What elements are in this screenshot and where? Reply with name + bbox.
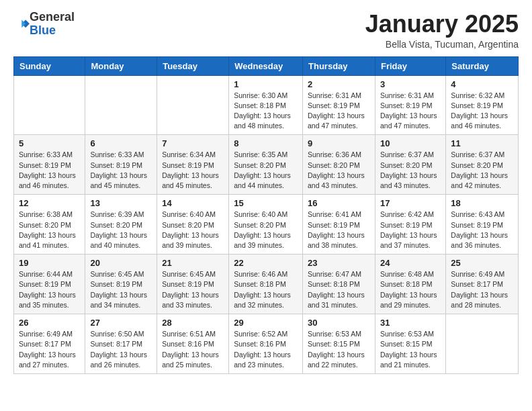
day-number: 10: [380, 138, 441, 148]
calendar-cell: 8Sunrise: 6:35 AM Sunset: 8:20 PM Daylig…: [229, 135, 303, 195]
calendar-day-header: Friday: [375, 56, 445, 75]
day-info: Sunrise: 6:40 AM Sunset: 8:20 PM Dayligh…: [162, 210, 224, 250]
calendar-cell: 9Sunrise: 6:36 AM Sunset: 8:20 PM Daylig…: [303, 135, 375, 195]
day-number: 21: [162, 258, 224, 268]
day-info: Sunrise: 6:31 AM Sunset: 8:19 PM Dayligh…: [308, 91, 370, 132]
day-number: 22: [234, 258, 298, 268]
day-info: Sunrise: 6:45 AM Sunset: 8:19 PM Dayligh…: [90, 269, 152, 310]
day-number: 3: [380, 79, 441, 89]
calendar-cell: [157, 75, 229, 135]
day-info: Sunrise: 6:46 AM Sunset: 8:18 PM Dayligh…: [234, 269, 298, 310]
calendar-cell: 23Sunrise: 6:47 AM Sunset: 8:18 PM Dayli…: [303, 255, 375, 314]
title-section: January 2025 Bella Vista, Tucuman, Argen…: [365, 11, 519, 50]
calendar-cell: 12Sunrise: 6:38 AM Sunset: 8:20 PM Dayli…: [14, 195, 85, 255]
calendar-week-row: 12Sunrise: 6:38 AM Sunset: 8:20 PM Dayli…: [14, 195, 519, 255]
calendar-cell: 20Sunrise: 6:45 AM Sunset: 8:19 PM Dayli…: [85, 255, 157, 314]
day-info: Sunrise: 6:45 AM Sunset: 8:19 PM Dayligh…: [162, 269, 224, 310]
day-info: Sunrise: 6:41 AM Sunset: 8:19 PM Dayligh…: [308, 210, 370, 250]
day-number: 31: [380, 318, 441, 328]
calendar-week-row: 1Sunrise: 6:30 AM Sunset: 8:18 PM Daylig…: [14, 75, 519, 135]
calendar-cell: [446, 314, 519, 374]
calendar-cell: 29Sunrise: 6:52 AM Sunset: 8:16 PM Dayli…: [229, 314, 303, 374]
calendar-day-header: Wednesday: [229, 56, 303, 75]
day-number: 7: [162, 138, 224, 148]
day-number: 30: [308, 318, 370, 328]
day-number: 16: [308, 198, 370, 208]
day-number: 9: [308, 138, 370, 148]
day-number: 17: [380, 198, 441, 208]
day-info: Sunrise: 6:38 AM Sunset: 8:20 PM Dayligh…: [19, 210, 80, 250]
day-info: Sunrise: 6:48 AM Sunset: 8:18 PM Dayligh…: [380, 269, 441, 310]
calendar-week-row: 26Sunrise: 6:49 AM Sunset: 8:17 PM Dayli…: [14, 314, 519, 374]
calendar-cell: 16Sunrise: 6:41 AM Sunset: 8:19 PM Dayli…: [303, 195, 375, 255]
calendar-cell: 2Sunrise: 6:31 AM Sunset: 8:19 PM Daylig…: [303, 75, 375, 135]
day-info: Sunrise: 6:31 AM Sunset: 8:19 PM Dayligh…: [380, 91, 441, 132]
day-number: 4: [451, 79, 513, 89]
calendar-day-header: Sunday: [14, 56, 85, 75]
calendar-cell: 13Sunrise: 6:39 AM Sunset: 8:20 PM Dayli…: [85, 195, 157, 255]
calendar-day-header: Tuesday: [157, 56, 229, 75]
day-info: Sunrise: 6:32 AM Sunset: 8:19 PM Dayligh…: [451, 91, 513, 132]
day-number: 26: [19, 318, 80, 328]
calendar-cell: 6Sunrise: 6:33 AM Sunset: 8:19 PM Daylig…: [85, 135, 157, 195]
day-number: 18: [451, 198, 513, 208]
calendar-day-header: Monday: [85, 56, 157, 75]
day-info: Sunrise: 6:49 AM Sunset: 8:17 PM Dayligh…: [451, 269, 513, 310]
calendar-cell: 5Sunrise: 6:33 AM Sunset: 8:19 PM Daylig…: [14, 135, 85, 195]
logo: General Blue: [13, 11, 75, 38]
calendar-day-header: Thursday: [303, 56, 375, 75]
calendar-cell: 31Sunrise: 6:53 AM Sunset: 8:15 PM Dayli…: [375, 314, 445, 374]
day-number: 5: [19, 138, 80, 148]
calendar-cell: 27Sunrise: 6:50 AM Sunset: 8:17 PM Dayli…: [85, 314, 157, 374]
calendar-cell: 10Sunrise: 6:37 AM Sunset: 8:20 PM Dayli…: [375, 135, 445, 195]
day-number: 2: [308, 79, 370, 89]
location: Bella Vista, Tucuman, Argentina: [365, 39, 519, 50]
day-number: 8: [234, 138, 298, 148]
day-number: 14: [162, 198, 224, 208]
calendar-cell: 7Sunrise: 6:34 AM Sunset: 8:19 PM Daylig…: [157, 135, 229, 195]
day-info: Sunrise: 6:37 AM Sunset: 8:20 PM Dayligh…: [451, 150, 513, 191]
day-info: Sunrise: 6:44 AM Sunset: 8:19 PM Dayligh…: [19, 269, 80, 310]
day-info: Sunrise: 6:30 AM Sunset: 8:18 PM Dayligh…: [234, 91, 298, 132]
calendar-week-row: 5Sunrise: 6:33 AM Sunset: 8:19 PM Daylig…: [14, 135, 519, 195]
calendar-cell: 11Sunrise: 6:37 AM Sunset: 8:20 PM Dayli…: [446, 135, 519, 195]
day-number: 23: [308, 258, 370, 268]
day-number: 20: [90, 258, 152, 268]
day-number: 1: [234, 79, 298, 89]
day-info: Sunrise: 6:40 AM Sunset: 8:20 PM Dayligh…: [234, 210, 298, 250]
calendar-cell: 21Sunrise: 6:45 AM Sunset: 8:19 PM Dayli…: [157, 255, 229, 314]
day-number: 25: [451, 258, 513, 268]
day-info: Sunrise: 6:52 AM Sunset: 8:16 PM Dayligh…: [234, 329, 298, 370]
day-info: Sunrise: 6:50 AM Sunset: 8:17 PM Dayligh…: [90, 329, 152, 370]
day-info: Sunrise: 6:36 AM Sunset: 8:20 PM Dayligh…: [308, 150, 370, 191]
calendar-cell: 1Sunrise: 6:30 AM Sunset: 8:18 PM Daylig…: [229, 75, 303, 135]
calendar-cell: 30Sunrise: 6:53 AM Sunset: 8:15 PM Dayli…: [303, 314, 375, 374]
calendar-cell: 14Sunrise: 6:40 AM Sunset: 8:20 PM Dayli…: [157, 195, 229, 255]
day-info: Sunrise: 6:39 AM Sunset: 8:20 PM Dayligh…: [90, 210, 152, 250]
day-number: 27: [90, 318, 152, 328]
day-info: Sunrise: 6:42 AM Sunset: 8:19 PM Dayligh…: [380, 210, 441, 250]
calendar-cell: 22Sunrise: 6:46 AM Sunset: 8:18 PM Dayli…: [229, 255, 303, 314]
day-info: Sunrise: 6:37 AM Sunset: 8:20 PM Dayligh…: [380, 150, 441, 191]
day-info: Sunrise: 6:43 AM Sunset: 8:19 PM Dayligh…: [451, 210, 513, 250]
day-number: 12: [19, 198, 80, 208]
calendar-cell: 17Sunrise: 6:42 AM Sunset: 8:19 PM Dayli…: [375, 195, 445, 255]
day-info: Sunrise: 6:33 AM Sunset: 8:19 PM Dayligh…: [19, 150, 80, 191]
calendar-header-row: SundayMondayTuesdayWednesdayThursdayFrid…: [14, 56, 519, 75]
page: General Blue January 2025 Bella Vista, T…: [0, 0, 532, 385]
day-number: 11: [451, 138, 513, 148]
calendar-cell: 15Sunrise: 6:40 AM Sunset: 8:20 PM Dayli…: [229, 195, 303, 255]
day-number: 24: [380, 258, 441, 268]
logo-general: General: [30, 11, 75, 24]
day-info: Sunrise: 6:53 AM Sunset: 8:15 PM Dayligh…: [308, 329, 370, 370]
calendar-cell: 25Sunrise: 6:49 AM Sunset: 8:17 PM Dayli…: [446, 255, 519, 314]
day-number: 6: [90, 138, 152, 148]
calendar-cell: 26Sunrise: 6:49 AM Sunset: 8:17 PM Dayli…: [14, 314, 85, 374]
day-info: Sunrise: 6:35 AM Sunset: 8:20 PM Dayligh…: [234, 150, 298, 191]
calendar-cell: 24Sunrise: 6:48 AM Sunset: 8:18 PM Dayli…: [375, 255, 445, 314]
day-info: Sunrise: 6:33 AM Sunset: 8:19 PM Dayligh…: [90, 150, 152, 191]
day-info: Sunrise: 6:47 AM Sunset: 8:18 PM Dayligh…: [308, 269, 370, 310]
calendar: SundayMondayTuesdayWednesdayThursdayFrid…: [13, 56, 519, 374]
calendar-cell: 28Sunrise: 6:51 AM Sunset: 8:16 PM Dayli…: [157, 314, 229, 374]
calendar-week-row: 19Sunrise: 6:44 AM Sunset: 8:19 PM Dayli…: [14, 255, 519, 314]
